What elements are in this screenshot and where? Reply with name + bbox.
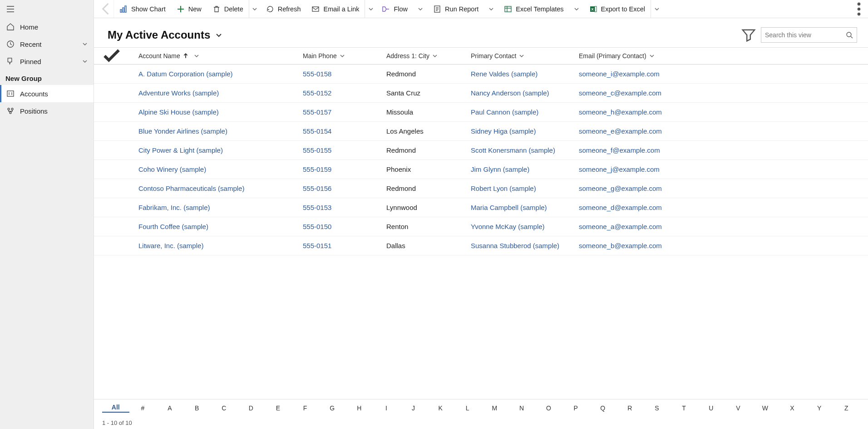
cell-phone[interactable]: 555-0150: [303, 223, 386, 230]
cell-contact[interactable]: Yvonne McKay (sample): [471, 223, 579, 230]
cell-phone[interactable]: 555-0156: [303, 185, 386, 192]
alpha-i[interactable]: I: [373, 404, 400, 412]
cell-phone[interactable]: 555-0151: [303, 242, 386, 249]
cell-phone[interactable]: 555-0152: [303, 89, 386, 97]
alpha-y[interactable]: Y: [806, 404, 833, 412]
more-commands-button[interactable]: [850, 0, 868, 18]
table-row[interactable]: Contoso Pharmaceuticals (sample)555-0156…: [94, 179, 868, 198]
alpha-#[interactable]: #: [129, 404, 157, 412]
column-primary-contact[interactable]: Primary Contact: [471, 52, 579, 60]
cell-account-name[interactable]: Litware, Inc. (sample): [123, 242, 303, 249]
alpha-z[interactable]: Z: [833, 404, 860, 412]
cell-account-name[interactable]: Fourth Coffee (sample): [123, 223, 303, 230]
table-row[interactable]: Litware, Inc. (sample)555-0151DallasSusa…: [94, 236, 868, 255]
refresh-button[interactable]: Refresh: [261, 0, 306, 18]
cell-email[interactable]: someone_h@example.com: [579, 108, 868, 116]
cell-email[interactable]: someone_f@example.com: [579, 146, 868, 154]
alpha-e[interactable]: E: [265, 404, 292, 412]
cell-email[interactable]: someone_c@example.com: [579, 89, 868, 97]
new-button[interactable]: New: [171, 0, 207, 18]
excel-templates-button[interactable]: Excel Templates: [498, 0, 569, 18]
cell-phone[interactable]: 555-0155: [303, 146, 386, 154]
cell-account-name[interactable]: Fabrikam, Inc. (sample): [123, 204, 303, 211]
cell-account-name[interactable]: Alpine Ski House (sample): [123, 108, 303, 116]
search-box[interactable]: [761, 27, 857, 43]
column-main-phone[interactable]: Main Phone: [303, 52, 386, 60]
alpha-g[interactable]: G: [319, 404, 346, 412]
cell-contact[interactable]: Susanna Stubberod (sample): [471, 242, 579, 249]
sidebar-item-pinned[interactable]: Pinned: [0, 53, 94, 70]
column-city[interactable]: Address 1: City: [386, 52, 471, 60]
sidebar-item-home[interactable]: Home: [0, 18, 94, 35]
cell-contact[interactable]: Jim Glynn (sample): [471, 165, 579, 173]
cell-account-name[interactable]: Contoso Pharmaceuticals (sample): [123, 185, 303, 192]
cell-phone[interactable]: 555-0153: [303, 204, 386, 211]
table-row[interactable]: Alpine Ski House (sample)555-0157Missoul…: [94, 103, 868, 122]
hamburger-button[interactable]: [0, 0, 94, 18]
email-link-dropdown[interactable]: [365, 0, 376, 18]
cell-email[interactable]: someone_a@example.com: [579, 223, 868, 230]
alpha-u[interactable]: U: [697, 404, 725, 412]
table-row[interactable]: Blue Yonder Airlines (sample)555-0154Los…: [94, 122, 868, 141]
cell-email[interactable]: someone_i@example.com: [579, 70, 868, 78]
cell-email[interactable]: someone_j@example.com: [579, 165, 868, 173]
sidebar-item-positions[interactable]: Positions: [0, 102, 94, 120]
cell-email[interactable]: someone_e@example.com: [579, 127, 868, 135]
alpha-q[interactable]: Q: [589, 404, 616, 412]
alpha-t[interactable]: T: [671, 404, 698, 412]
cell-phone[interactable]: 555-0159: [303, 165, 386, 173]
alpha-l[interactable]: L: [454, 404, 481, 412]
alpha-c[interactable]: C: [210, 404, 237, 412]
sidebar-item-recent[interactable]: Recent: [0, 35, 94, 53]
alpha-s[interactable]: S: [643, 404, 671, 412]
alpha-h[interactable]: H: [345, 404, 373, 412]
table-row[interactable]: Adventure Works (sample)555-0152Santa Cr…: [94, 84, 868, 103]
cell-contact[interactable]: Maria Campbell (sample): [471, 204, 579, 211]
cell-contact[interactable]: Scott Konersmann (sample): [471, 146, 579, 154]
cell-contact[interactable]: Robert Lyon (sample): [471, 185, 579, 192]
cell-email[interactable]: someone_g@example.com: [579, 185, 868, 192]
alpha-w[interactable]: W: [752, 404, 779, 412]
alpha-all[interactable]: All: [102, 404, 129, 413]
alpha-j[interactable]: J: [400, 404, 427, 412]
cell-phone[interactable]: 555-0158: [303, 70, 386, 78]
table-row[interactable]: A. Datum Corporation (sample)555-0158Red…: [94, 65, 868, 84]
column-email[interactable]: Email (Primary Contact): [579, 52, 868, 60]
table-row[interactable]: Coho Winery (sample)555-0159PhoenixJim G…: [94, 160, 868, 179]
flow-dropdown[interactable]: [413, 0, 428, 18]
table-row[interactable]: Fabrikam, Inc. (sample)555-0153LynnwoodM…: [94, 198, 868, 217]
cell-contact[interactable]: Paul Cannon (sample): [471, 108, 579, 116]
alpha-f[interactable]: F: [291, 404, 319, 412]
table-row[interactable]: City Power & Light (sample)555-0155Redmo…: [94, 141, 868, 160]
export-excel-button[interactable]: X Export to Excel: [584, 0, 651, 18]
alpha-v[interactable]: V: [725, 404, 752, 412]
email-link-button[interactable]: Email a Link: [306, 0, 365, 18]
alpha-b[interactable]: B: [183, 404, 211, 412]
cell-account-name[interactable]: Coho Winery (sample): [123, 165, 303, 173]
alpha-x[interactable]: X: [779, 404, 806, 412]
cell-email[interactable]: someone_d@example.com: [579, 204, 868, 211]
export-excel-dropdown[interactable]: [651, 0, 662, 18]
alpha-n[interactable]: N: [508, 404, 535, 412]
run-report-dropdown[interactable]: [484, 0, 498, 18]
cell-phone[interactable]: 555-0157: [303, 108, 386, 116]
alpha-d[interactable]: D: [237, 404, 265, 412]
excel-templates-dropdown[interactable]: [569, 0, 584, 18]
cell-account-name[interactable]: Adventure Works (sample): [123, 89, 303, 97]
delete-dropdown[interactable]: [249, 0, 261, 18]
search-input[interactable]: [765, 31, 846, 39]
cell-account-name[interactable]: Blue Yonder Airlines (sample): [123, 127, 303, 135]
cell-account-name[interactable]: City Power & Light (sample): [123, 146, 303, 154]
flow-button[interactable]: Flow: [376, 0, 413, 18]
filter-button[interactable]: [741, 27, 756, 43]
alpha-p[interactable]: P: [562, 404, 589, 412]
alpha-r[interactable]: R: [616, 404, 644, 412]
back-button[interactable]: [98, 0, 114, 18]
cell-account-name[interactable]: A. Datum Corporation (sample): [123, 70, 303, 78]
cell-contact[interactable]: Nancy Anderson (sample): [471, 89, 579, 97]
alpha-m[interactable]: M: [481, 404, 508, 412]
sidebar-item-accounts[interactable]: Accounts: [0, 85, 94, 102]
cell-email[interactable]: someone_b@example.com: [579, 242, 868, 249]
alpha-o[interactable]: O: [535, 404, 562, 412]
cell-contact[interactable]: Sidney Higa (sample): [471, 127, 579, 135]
